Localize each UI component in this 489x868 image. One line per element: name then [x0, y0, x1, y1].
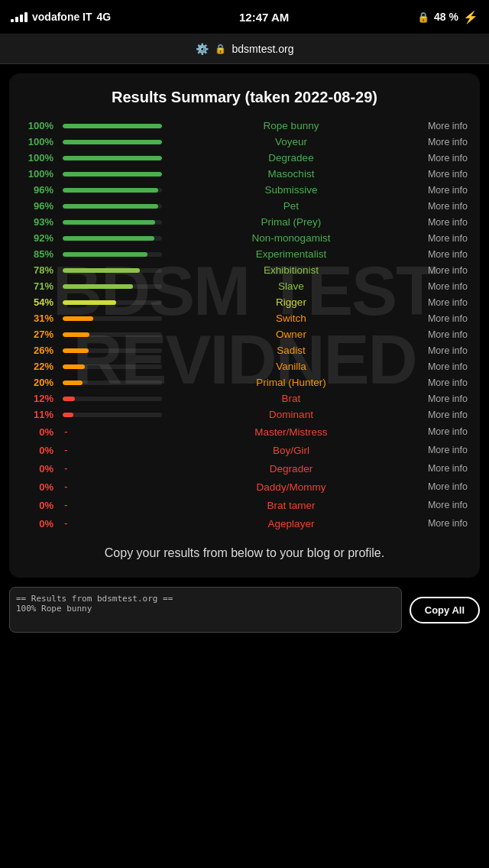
progress-bar-container	[63, 381, 162, 385]
copy-instructions: Copy your results from below to your blo…	[105, 546, 384, 559]
progress-bar-fill	[63, 268, 140, 273]
progress-bar-container	[63, 300, 162, 305]
role-label: Owner	[171, 329, 411, 340]
progress-bar-fill	[63, 124, 162, 128]
table-row: 100%MasochistMore info	[21, 168, 468, 180]
more-info-link[interactable]: More info	[414, 201, 468, 212]
progress-bar-container: -	[63, 443, 162, 457]
more-info-link[interactable]: More info	[414, 217, 468, 228]
progress-bar-fill	[63, 156, 162, 160]
table-row: 22%VanillaMore info	[21, 361, 468, 372]
percent-label: 78%	[21, 264, 53, 276]
more-info-link[interactable]: More info	[414, 313, 468, 324]
more-info-link[interactable]: More info	[414, 445, 468, 455]
progress-bar-fill	[63, 284, 133, 289]
progress-bar-container	[63, 252, 162, 257]
percent-label: 12%	[21, 393, 53, 404]
progress-bar-container	[63, 172, 162, 177]
table-row: 0%-AgeplayerMore info	[21, 517, 468, 530]
more-info-link[interactable]: More info	[414, 481, 468, 492]
more-info-link[interactable]: More info	[414, 377, 468, 388]
role-label: Primal (Hunter)	[171, 377, 411, 388]
table-row: 93%Primal (Prey)More info	[21, 216, 468, 228]
more-info-link[interactable]: More info	[414, 410, 468, 420]
progress-bar-fill	[63, 204, 158, 209]
results-textarea[interactable]: == Results from bdsmtest.org == 100% Rop…	[9, 587, 402, 633]
percent-label: 0%	[21, 500, 53, 511]
progress-bar-container	[63, 236, 162, 241]
table-row: 96%SubmissiveMore info	[21, 184, 468, 196]
percent-label: 100%	[21, 152, 53, 164]
progress-bar-container	[63, 348, 162, 353]
table-row: 78%ExhibitionistMore info	[21, 264, 468, 276]
percent-label: 0%	[21, 463, 53, 474]
percent-label: 0%	[21, 518, 53, 530]
percent-label: 27%	[21, 329, 53, 340]
more-info-link[interactable]: More info	[414, 281, 468, 292]
more-info-link[interactable]: More info	[414, 500, 468, 510]
table-row: 100%VoyeurMore info	[21, 136, 468, 147]
url-bar[interactable]: ⚙️ 🔒 bdsmtest.org	[0, 34, 489, 64]
more-info-link[interactable]: More info	[414, 233, 468, 244]
role-label: Daddy/Mommy	[171, 481, 411, 493]
copy-all-button[interactable]: Copy All	[410, 597, 480, 623]
role-label: Slave	[171, 280, 411, 292]
table-row: 0%-Brat tamerMore info	[21, 498, 468, 512]
more-info-link[interactable]: More info	[414, 329, 468, 340]
more-info-link[interactable]: More info	[414, 518, 468, 529]
role-label: Voyeur	[171, 136, 411, 147]
progress-bar-fill	[63, 220, 155, 225]
more-info-link[interactable]: More info	[414, 394, 468, 404]
table-row: 96%PetMore info	[21, 200, 468, 212]
more-info-link[interactable]: More info	[414, 345, 468, 356]
progress-bar-fill	[63, 172, 162, 177]
url-lock-icon: 🔒	[215, 44, 226, 54]
progress-bar-container	[63, 284, 162, 289]
role-label: Brat tamer	[171, 500, 411, 511]
more-info-link[interactable]: More info	[414, 185, 468, 196]
more-info-link[interactable]: More info	[414, 249, 468, 260]
percent-label: 92%	[21, 232, 53, 244]
percent-label: 0%	[21, 426, 53, 438]
percent-label: 0%	[21, 481, 53, 493]
more-info-link[interactable]: More info	[414, 121, 468, 131]
progress-bar-fill	[63, 348, 89, 353]
more-info-link[interactable]: More info	[414, 137, 468, 147]
copy-section: Copy your results from below to your blo…	[21, 544, 468, 562]
table-row: 100%Rope bunnyMore info	[21, 120, 468, 131]
role-label: Vanilla	[171, 361, 411, 372]
more-info-link[interactable]: More info	[414, 463, 468, 474]
progress-bar-container	[63, 124, 162, 128]
table-row: 12%BratMore info	[21, 393, 468, 404]
progress-bar-container	[63, 316, 162, 321]
zero-dash: -	[63, 517, 68, 530]
progress-bar-fill	[63, 300, 116, 305]
progress-bar-fill	[63, 397, 75, 401]
progress-bar-container	[63, 188, 162, 193]
role-label: Sadist	[171, 345, 411, 356]
card-content: Results Summary (taken 2022-08-29) 100%R…	[21, 89, 468, 562]
role-label: Experimentalist	[171, 248, 411, 260]
results-list: 100%Rope bunnyMore info100%VoyeurMore in…	[21, 120, 468, 530]
more-info-link[interactable]: More info	[414, 361, 468, 372]
progress-bar-fill	[63, 316, 93, 321]
table-row: 100%DegradeeMore info	[21, 152, 468, 164]
role-label: Submissive	[171, 184, 411, 196]
percent-label: 93%	[21, 216, 53, 228]
more-info-link[interactable]: More info	[414, 265, 468, 276]
progress-bar-container	[63, 364, 162, 369]
progress-bar-fill	[63, 252, 147, 257]
more-info-link[interactable]: More info	[414, 426, 468, 437]
percent-label: 96%	[21, 200, 53, 212]
percent-label: 71%	[21, 280, 53, 292]
time-label: 12:47 AM	[239, 11, 289, 24]
progress-bar-fill	[63, 188, 158, 193]
more-info-link[interactable]: More info	[414, 169, 468, 180]
card-title: Results Summary (taken 2022-08-29)	[21, 89, 468, 106]
role-label: Master/Mistress	[171, 426, 411, 438]
role-label: Degradee	[171, 152, 411, 164]
percent-label: 100%	[21, 120, 53, 131]
more-info-link[interactable]: More info	[414, 297, 468, 308]
table-row: 0%-Master/MistressMore info	[21, 425, 468, 439]
more-info-link[interactable]: More info	[414, 153, 468, 164]
